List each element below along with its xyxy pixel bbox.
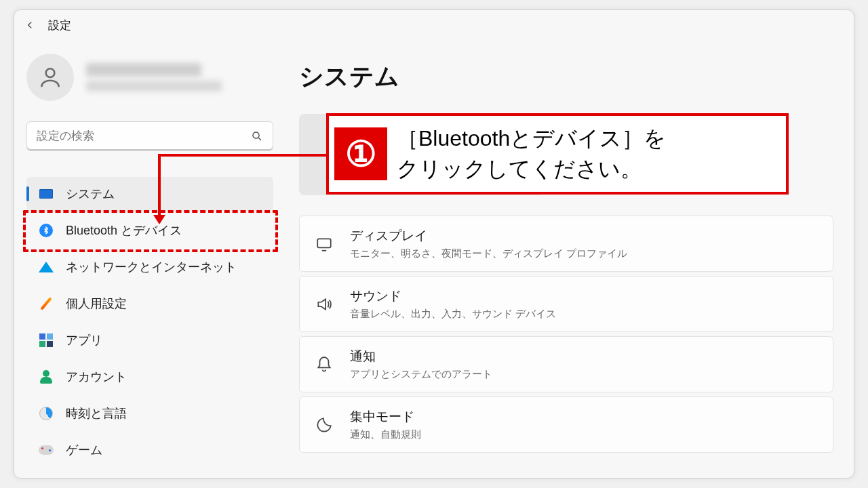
account-name-redacted: [86, 63, 201, 77]
setting-title: 集中モード: [350, 408, 421, 426]
sidebar-item-label: アプリ: [66, 332, 102, 348]
notification-icon: [315, 355, 334, 374]
titlebar: 設定: [14, 10, 854, 40]
setting-desc: 音量レベル、出力、入力、サウンド デバイス: [350, 308, 556, 321]
search-box[interactable]: [26, 121, 273, 151]
sidebar-item-label: 個人用設定: [66, 296, 127, 312]
search-input[interactable]: [37, 129, 251, 143]
apps-icon: [39, 333, 54, 348]
focus-icon: [315, 415, 334, 434]
sidebar-item-label: システム: [66, 186, 115, 202]
setting-item-sound[interactable]: サウンド音量レベル、出力、入力、サウンド デバイス: [299, 276, 833, 332]
setting-desc: モニター、明るさ、夜間モード、ディスプレイ プロファイル: [350, 247, 627, 260]
sidebar-item-accounts[interactable]: アカウント: [26, 360, 273, 394]
sidebar-item-label: ゲーム: [66, 442, 102, 458]
setting-desc: アプリとシステムでのアラート: [350, 368, 492, 381]
annotation-arrow: [158, 154, 326, 157]
sidebar-item-personalization[interactable]: 個人用設定: [26, 287, 273, 321]
sidebar-item-network[interactable]: ネットワークとインターネット: [26, 250, 273, 284]
avatar: [26, 54, 74, 101]
setting-desc: 通知、自動規則: [350, 428, 421, 441]
account-block[interactable]: [26, 54, 273, 101]
svg-rect-2: [317, 239, 331, 247]
setting-title: 通知: [350, 348, 492, 365]
system-icon: [39, 186, 54, 201]
account-text: [86, 63, 222, 92]
settings-window: 設定 システムBluetooth とデバ: [14, 9, 854, 479]
gaming-icon: [39, 443, 54, 458]
annotation-arrow-head: [153, 215, 165, 224]
setting-item-focus[interactable]: 集中モード通知、自動規則: [299, 396, 833, 453]
sidebar-item-system[interactable]: システム: [26, 177, 273, 211]
page-title: システム: [299, 60, 833, 94]
sidebar-item-apps[interactable]: アプリ: [26, 323, 273, 357]
network-icon: [39, 260, 54, 274]
time-language-icon: [39, 406, 54, 421]
back-arrow-icon[interactable]: [24, 19, 36, 31]
annotation-text: ［Bluetoothとデバイス］を クリックしてください。: [397, 123, 666, 184]
svg-point-0: [46, 68, 55, 77]
setting-title: サウンド: [350, 287, 556, 305]
sidebar-item-label: ネットワークとインターネット: [66, 259, 237, 275]
annotation-callout: ① ［Bluetoothとデバイス］を クリックしてください。: [326, 113, 789, 195]
sidebar-item-bluetooth[interactable]: Bluetooth とデバイス: [26, 214, 273, 247]
account-email-redacted: [86, 81, 222, 92]
setting-item-notif[interactable]: 通知アプリとシステムでのアラート: [299, 336, 833, 392]
setting-title: ディスプレイ: [350, 227, 627, 245]
sidebar-item-label: 時刻と言語: [66, 405, 127, 422]
personalization-icon: [39, 296, 54, 311]
main-panel: システム ディスプレイモニター、明るさ、夜間モード、ディスプレイ プロファイルサ…: [285, 40, 854, 478]
accounts-icon: [39, 369, 54, 384]
nav-list: システムBluetooth とデバイスネットワークとインターネット個人用設定アプ…: [26, 177, 273, 467]
sound-icon: [315, 295, 334, 314]
window-title: 設定: [48, 18, 71, 33]
sidebar-item-label: アカウント: [66, 369, 127, 385]
settings-list: ディスプレイモニター、明るさ、夜間モード、ディスプレイ プロファイルサウンド音量…: [299, 216, 833, 453]
annotation-step-number: ①: [334, 127, 387, 180]
sidebar-item-time[interactable]: 時刻と言語: [26, 396, 273, 430]
svg-point-1: [253, 132, 259, 138]
sidebar-item-gaming[interactable]: ゲーム: [26, 433, 273, 467]
bluetooth-icon: [39, 223, 54, 238]
sidebar-item-label: Bluetooth とデバイス: [66, 222, 182, 239]
setting-item-display[interactable]: ディスプレイモニター、明るさ、夜間モード、ディスプレイ プロファイル: [299, 216, 833, 272]
sidebar: システムBluetooth とデバイスネットワークとインターネット個人用設定アプ…: [14, 40, 285, 478]
annotation-arrow: [158, 154, 161, 216]
display-icon: [315, 235, 334, 253]
search-icon: [251, 130, 263, 142]
